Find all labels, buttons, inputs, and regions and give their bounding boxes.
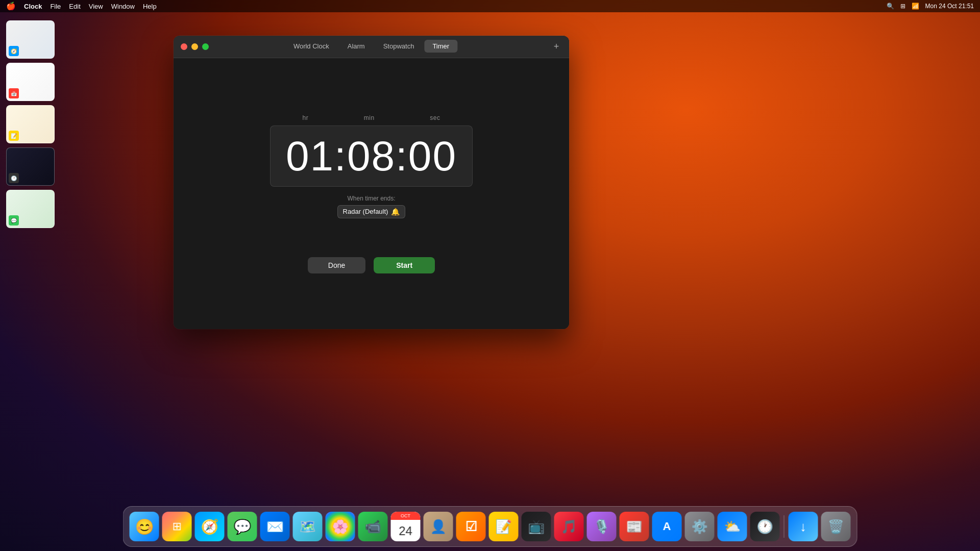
podcasts-icon: 🎙️: [594, 519, 610, 535]
messages-icon: 💬: [233, 518, 251, 535]
menubar-file[interactable]: File: [50, 3, 61, 10]
menubar-search-icon[interactable]: 🔍: [887, 3, 894, 10]
menubar-edit[interactable]: Edit: [69, 3, 80, 10]
timer-sound-emoji: 🔔: [391, 208, 400, 216]
dock-item-airdrop[interactable]: ↓: [789, 512, 818, 541]
dock-item-calendar[interactable]: OCT 24: [391, 512, 421, 541]
tab-world-clock[interactable]: World Clock: [285, 40, 337, 53]
clock-app-icon: 🕐: [757, 519, 773, 535]
launchpad-icon: ⊞: [173, 520, 182, 533]
dock-item-weather[interactable]: ⛅: [718, 512, 747, 541]
dock-separator: [784, 515, 785, 538]
thumbnail-notes[interactable]: 📝: [6, 105, 55, 143]
calendar-day: 24: [399, 520, 412, 541]
dock-item-systemprefs[interactable]: ⚙️: [685, 512, 715, 541]
dock-item-trash[interactable]: 🗑️: [821, 512, 851, 541]
timer-ends-label: When timer ends:: [347, 195, 395, 202]
music-icon: 🎵: [561, 519, 577, 535]
dock-item-news[interactable]: 📰: [620, 512, 649, 541]
apple-menu[interactable]: 🍎: [6, 2, 16, 11]
start-button[interactable]: Start: [374, 257, 435, 273]
dock-item-contacts[interactable]: 👤: [424, 512, 453, 541]
dock-item-appstore[interactable]: A: [652, 512, 682, 541]
finder-icon: 😊: [135, 518, 154, 536]
dock: 😊 ⊞ 🧭 💬 ✉️ 🗺️ 🌸 📹 OCT 24 👤 ☑ 📝 �: [123, 506, 857, 547]
minimize-button[interactable]: [191, 43, 198, 50]
dock-item-notes[interactable]: 📝: [489, 512, 519, 541]
sec-label: sec: [430, 114, 440, 121]
calendar-month: OCT: [391, 512, 421, 520]
timer-labels: hr min sec: [292, 114, 450, 121]
menubar-app-name[interactable]: Clock: [24, 3, 42, 10]
thumbnail-clock-icon: 🕐: [9, 173, 19, 183]
thumbnail-messages-icon: 💬: [9, 215, 19, 226]
thumbnail-calendar-icon: 📅: [9, 88, 19, 98]
airdrop-icon: ↓: [800, 519, 806, 535]
timer-sound-selector[interactable]: Radar (Default) 🔔: [337, 205, 406, 218]
appstore-icon: A: [663, 520, 671, 533]
dock-item-messages[interactable]: 💬: [228, 512, 257, 541]
dock-item-music[interactable]: 🎵: [554, 512, 584, 541]
thumbnail-messages[interactable]: 💬: [6, 190, 55, 228]
thumbnail-clock[interactable]: 🕐: [6, 147, 55, 186]
photos-icon: 🌸: [332, 519, 349, 535]
desktop-thumbnails: 🧭 📅 📝 🕐 💬: [6, 20, 55, 228]
weather-icon: ⛅: [724, 519, 741, 535]
thumbnail-notes-icon: 📝: [9, 131, 19, 141]
dock-item-finder[interactable]: 😊: [130, 512, 159, 541]
close-button[interactable]: [181, 43, 187, 50]
dock-item-podcasts[interactable]: 🎙️: [587, 512, 617, 541]
menubar-controlcenter-icon[interactable]: ⊞: [900, 3, 905, 10]
dock-item-facetime[interactable]: 📹: [358, 512, 388, 541]
tab-timer[interactable]: Timer: [424, 40, 457, 53]
timer-display[interactable]: 01:08:00: [270, 126, 473, 187]
window-controls: [181, 43, 209, 50]
dock-item-reminders[interactable]: ☑: [456, 512, 486, 541]
window-content: hr min sec 01:08:00 When timer ends: Rad…: [174, 58, 569, 329]
clock-window: World Clock Alarm Stopwatch Timer + hr m…: [174, 36, 569, 329]
news-icon: 📰: [626, 519, 643, 535]
thumbnail-safari-icon: 🧭: [9, 46, 19, 56]
thumbnail-safari[interactable]: 🧭: [6, 20, 55, 59]
timer-digits: 01:08:00: [286, 135, 457, 177]
dock-item-maps[interactable]: 🗺️: [293, 512, 323, 541]
timer-sound-text: Radar (Default): [343, 208, 388, 215]
dock-item-mail[interactable]: ✉️: [260, 512, 290, 541]
safari-icon: 🧭: [201, 518, 218, 535]
dock-item-launchpad[interactable]: ⊞: [162, 512, 192, 541]
tab-stopwatch[interactable]: Stopwatch: [375, 40, 423, 53]
menubar-datetime[interactable]: Mon 24 Oct 21:51: [925, 3, 974, 10]
hr-label: hr: [302, 114, 308, 121]
tab-bar: World Clock Alarm Stopwatch Timer: [285, 40, 457, 53]
maximize-button[interactable]: [202, 43, 209, 50]
menubar-wifi-icon[interactable]: 📶: [912, 3, 919, 10]
dock-item-appletv[interactable]: 📺: [522, 512, 551, 541]
menubar-right: 🔍 ⊞ 📶 Mon 24 Oct 21:51: [887, 3, 974, 10]
appletv-icon: 📺: [528, 519, 545, 535]
timer-buttons: Done Start: [308, 257, 435, 273]
reminders-icon: ☑: [465, 519, 477, 535]
tab-alarm[interactable]: Alarm: [339, 40, 373, 53]
add-button[interactable]: +: [551, 41, 562, 53]
window-titlebar: World Clock Alarm Stopwatch Timer +: [174, 36, 569, 58]
menubar-left: 🍎 Clock File Edit View Window Help: [6, 2, 157, 11]
menubar-help[interactable]: Help: [143, 3, 157, 10]
facetime-icon: 📹: [365, 519, 381, 535]
dock-item-safari[interactable]: 🧭: [195, 512, 225, 541]
menubar-view[interactable]: View: [89, 3, 103, 10]
min-label: min: [364, 114, 375, 121]
menubar: 🍎 Clock File Edit View Window Help 🔍 ⊞ 📶…: [0, 0, 980, 12]
thumbnail-calendar[interactable]: 📅: [6, 63, 55, 101]
mail-icon: ✉️: [266, 518, 284, 535]
contacts-icon: 👤: [430, 519, 447, 535]
trash-icon: 🗑️: [828, 519, 844, 535]
systemprefs-icon: ⚙️: [692, 519, 708, 535]
menubar-window[interactable]: Window: [111, 3, 135, 10]
dock-item-clock[interactable]: 🕐: [750, 512, 780, 541]
done-button[interactable]: Done: [308, 257, 365, 273]
dock-item-photos[interactable]: 🌸: [326, 512, 355, 541]
timer-ends-section: When timer ends: Radar (Default) 🔔: [337, 195, 406, 218]
notes-icon: 📝: [496, 519, 512, 535]
timer-section: hr min sec 01:08:00: [270, 114, 473, 187]
maps-icon: 🗺️: [300, 519, 316, 535]
